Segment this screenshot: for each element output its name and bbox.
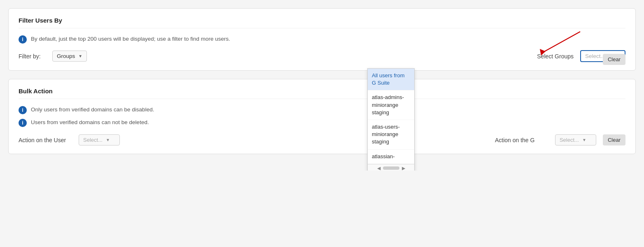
bulk-action-info-row-1: i Only users from verified domains can b… [19, 106, 625, 114]
clear-btn-wrapper: Clear [603, 50, 625, 68]
action-on-user-dropdown[interactable]: Select... ▼ [79, 134, 120, 145]
h-scroll-left-icon[interactable]: ◀ [377, 166, 380, 171]
horizontal-scroll-strip[interactable]: ◀ ▶ [368, 164, 414, 171]
select-groups-placeholder: Select... [585, 53, 605, 59]
action-on-user-placeholder: Select... [83, 137, 103, 143]
filter-users-section: Filter Users By i By default, just the t… [8, 8, 636, 71]
filter-by-value: Groups [57, 53, 75, 59]
groups-item-all-users[interactable]: All users from G Suite [368, 69, 414, 90]
bulk-action-row: Action on the User Select... ▼ Action on… [19, 134, 625, 145]
h-scroll-bar [383, 166, 399, 170]
info-icon-filter: i [19, 35, 27, 44]
filter-by-chevron-icon: ▼ [78, 54, 82, 58]
groups-item-atlassian[interactable]: atlassian- [368, 150, 414, 164]
bulk-info-text-2: Users from verified domains can not be d… [31, 118, 149, 127]
groups-dropdown-scroll[interactable]: All users from G Suite atlas-admins-mini… [368, 69, 414, 164]
action-on-user-chevron-icon: ▼ [106, 138, 110, 142]
action-on-group-chevron-icon: ▼ [582, 138, 586, 142]
filter-row-container: Filter by: Groups ▼ Select Groups Select… [19, 50, 625, 62]
bulk-info-text-1: Only users from verified domains can be … [31, 106, 154, 114]
clear-button[interactable]: Clear [603, 54, 625, 65]
filter-by-dropdown[interactable]: Groups ▼ [52, 51, 87, 62]
action-on-group-dropdown[interactable]: Select... ▼ [555, 134, 596, 145]
filter-info-text: By default, just the top 200 users will … [31, 35, 230, 43]
info-icon-bulk-1: i [19, 106, 27, 114]
groups-item-atlas-admins[interactable]: atlas-admins-miniorange staging [368, 90, 414, 120]
groups-dropdown-open: All users from G Suite atlas-admins-mini… [367, 68, 415, 171]
filter-section-title: Filter Users By [19, 17, 625, 28]
groups-item-atlas-users[interactable]: atlas-users-miniorange staging [368, 120, 414, 150]
bulk-action-info-row-2: i Users from verified domains can not be… [19, 118, 625, 127]
bulk-action-title: Bulk Action [19, 88, 625, 99]
info-icon-bulk-2: i [19, 119, 27, 127]
h-scroll-right-icon[interactable]: ▶ [402, 166, 405, 171]
filter-info-row: i By default, just the top 200 users wil… [19, 35, 625, 44]
action-on-user-label: Action on the User [19, 137, 72, 143]
action-on-group-label: Action on the G [495, 137, 548, 143]
action-on-group-placeholder: Select... [560, 137, 579, 143]
bulk-clear-button[interactable]: Clear [603, 134, 625, 145]
filter-by-label: Filter by: [19, 53, 47, 60]
bulk-action-section: Bulk Action i Only users from verified d… [8, 79, 636, 154]
filter-row: Filter by: Groups ▼ Select Groups Select… [19, 50, 625, 62]
select-groups-label: Select Groups [537, 53, 574, 60]
